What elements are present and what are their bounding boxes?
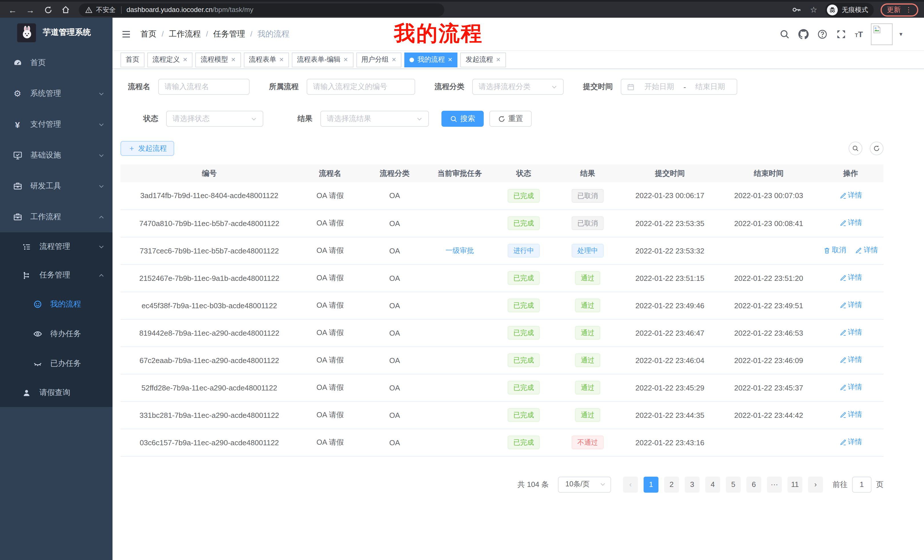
detail-button[interactable]: 详情	[839, 383, 862, 392]
close-icon[interactable]: ✕	[279, 57, 284, 63]
tab-process-model[interactable]: 流程模型✕	[196, 52, 241, 67]
eye-closed-icon	[33, 359, 42, 368]
reset-button[interactable]: 重置	[489, 111, 532, 127]
breadcrumb-workflow[interactable]: 工作流程	[169, 29, 201, 39]
password-key-icon[interactable]	[792, 5, 801, 14]
sidebar-item-todo-task[interactable]: 待办任务	[0, 319, 112, 349]
font-size-icon[interactable]: TT	[855, 30, 863, 38]
next-page-button[interactable]: ›	[808, 476, 823, 493]
address-bar[interactable]: 不安全 dashboard.yudao.iocoder.cn /bpm/task…	[79, 3, 444, 16]
page-button[interactable]: 4	[705, 476, 720, 493]
cell-submit-time: 2022-01-22 23:49:46	[620, 292, 720, 319]
process-name-input[interactable]: 请输入流程名	[158, 79, 249, 95]
browser-back-icon[interactable]: ←	[8, 4, 18, 15]
sidebar-item-home[interactable]: 首页	[0, 47, 112, 78]
search-button[interactable]: 搜索	[441, 111, 484, 127]
avatar[interactable]	[871, 23, 892, 45]
fullscreen-icon[interactable]	[836, 29, 846, 39]
sidebar-item-task-mgmt[interactable]: 任务管理	[0, 261, 112, 289]
browser-reload-icon[interactable]	[43, 4, 53, 15]
detail-button[interactable]: 详情	[839, 301, 862, 310]
result-select[interactable]: 请选择流结果	[320, 111, 429, 127]
detail-button[interactable]: 详情	[839, 273, 862, 283]
process-category-select[interactable]: 请选择流程分类	[472, 79, 564, 95]
sidebar-item-system[interactable]: ⚙ 系统管理	[0, 78, 112, 109]
cell-status: 已完成	[492, 429, 555, 456]
detail-button[interactable]: 详情	[839, 437, 862, 447]
start-process-button[interactable]: ＋ 发起流程	[120, 141, 174, 156]
cell-current-task: 一级审批	[427, 237, 492, 264]
browser-chrome: ← → 不安全 dashboard.yudao.iocoder.cn /bpm/…	[0, 0, 924, 18]
cell-status: 已完成	[492, 319, 555, 346]
prev-page-button[interactable]: ‹	[623, 476, 638, 493]
page-button[interactable]: 11	[788, 476, 802, 493]
sidebar-item-infra[interactable]: 基础设施	[0, 140, 112, 171]
search-icon[interactable]	[780, 29, 790, 39]
submit-time-range-picker[interactable]: 开始日期 - 结束日期	[621, 79, 737, 95]
task-link[interactable]: 一级审批	[446, 246, 474, 256]
pen-icon	[839, 192, 846, 199]
detail-button[interactable]: 详情	[855, 246, 878, 256]
tab-process-form[interactable]: 流程表单✕	[244, 52, 289, 67]
page-button[interactable]: 1	[644, 476, 658, 493]
help-icon[interactable]	[817, 29, 828, 39]
sidebar-item-my-process[interactable]: 我的流程	[0, 289, 112, 319]
cell-end-time: 2022-01-23 00:07:03	[720, 182, 818, 210]
cell-current-task	[427, 401, 492, 429]
page-size-select[interactable]: 10条/页	[558, 476, 611, 493]
breadcrumb-home[interactable]: 首页	[141, 29, 156, 39]
sidebar-item-devtools[interactable]: 研发工具	[0, 171, 112, 202]
table-row: 67c2eaab-7b9a-11ec-a290-acde48001122 OA …	[120, 346, 884, 374]
app-logo-row[interactable]: 芋道管理系统	[0, 18, 112, 47]
sidebar-item-workflow[interactable]: 工作流程	[0, 202, 112, 232]
bookmark-star-icon[interactable]: ☆	[810, 5, 817, 14]
process-definition-input[interactable]: 请输入流程定义的编号	[307, 79, 415, 95]
cancel-button[interactable]: 取消	[823, 246, 846, 256]
detail-button[interactable]: 详情	[839, 355, 862, 365]
close-icon[interactable]: ✕	[343, 57, 348, 63]
tab-process-definition[interactable]: 流程定义✕	[147, 52, 193, 67]
refresh-table-button[interactable]	[870, 142, 884, 155]
tab-my-process[interactable]: 我的流程✕	[404, 52, 458, 67]
tab-process-form-edit[interactable]: 流程表单-编辑✕	[292, 52, 353, 67]
toggle-search-button[interactable]	[849, 142, 862, 155]
page-button[interactable]: 3	[685, 476, 700, 493]
close-icon[interactable]: ✕	[392, 57, 396, 63]
tab-start-process[interactable]: 发起流程✕	[460, 52, 506, 67]
browser-home-icon[interactable]	[60, 4, 71, 15]
filter-row-2: 状态 请选择状态 结果 请选择流结果 搜索 重置	[120, 111, 884, 127]
tab-user-group[interactable]: 用户分组✕	[356, 52, 402, 67]
cell-submit-time: 2022-01-22 23:43:16	[620, 429, 720, 456]
browser-forward-icon[interactable]: →	[25, 4, 35, 15]
browser-update-button[interactable]: 更新 ⋮	[880, 3, 918, 16]
avatar-caret-icon[interactable]: ▼	[898, 31, 903, 37]
sidebar-item-done-task[interactable]: 已办任务	[0, 349, 112, 379]
sidebar-item-payment[interactable]: ¥ 支付管理	[0, 109, 112, 140]
status-select[interactable]: 请选择状态	[166, 111, 263, 127]
sidebar-item-leave-query[interactable]: 请假查询	[0, 379, 112, 407]
page-button[interactable]: 5	[726, 476, 741, 493]
breadcrumb-task-mgmt[interactable]: 任务管理	[213, 29, 245, 39]
cell-result: 通过	[555, 374, 620, 401]
close-icon[interactable]: ✕	[231, 57, 236, 63]
close-icon[interactable]: ✕	[183, 57, 188, 63]
close-icon[interactable]: ✕	[496, 57, 501, 63]
close-icon[interactable]: ✕	[448, 57, 453, 63]
hamburger-icon[interactable]	[121, 29, 131, 39]
detail-button[interactable]: 详情	[839, 328, 862, 338]
detail-button[interactable]: 详情	[839, 410, 862, 420]
cell-status: 已完成	[492, 374, 555, 401]
sidebar-item-process-mgmt[interactable]: 流程管理	[0, 232, 112, 261]
cell-actions: 取消 详情	[818, 292, 884, 319]
tab-home[interactable]: 首页	[120, 52, 144, 67]
page-button[interactable]: 2	[664, 476, 679, 493]
cell-end-time	[720, 429, 818, 456]
detail-button[interactable]: 详情	[839, 219, 862, 228]
detail-button[interactable]: 详情	[839, 191, 862, 201]
browser-menu-icon[interactable]: ⋮	[905, 6, 912, 13]
incognito-badge: 无痕模式	[825, 3, 874, 17]
page-button[interactable]: ···	[767, 476, 782, 493]
goto-page-input[interactable]	[852, 476, 872, 493]
github-icon[interactable]	[798, 29, 808, 39]
page-button[interactable]: 6	[746, 476, 761, 493]
